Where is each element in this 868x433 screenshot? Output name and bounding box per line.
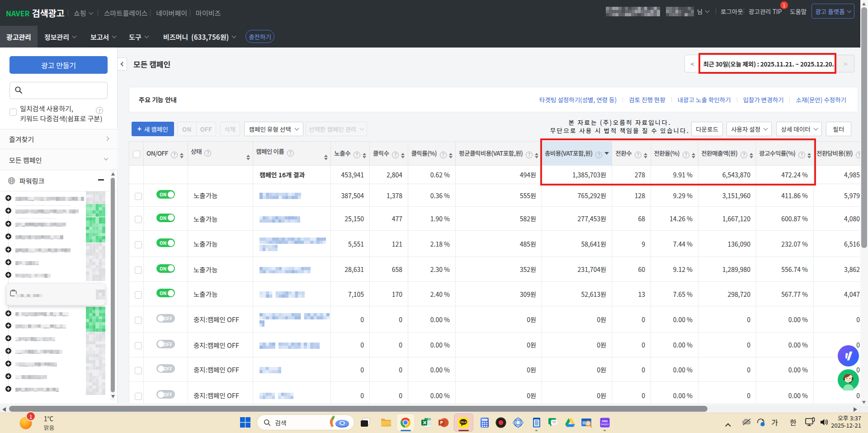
- svg-text:TALK: TALK: [460, 421, 467, 423]
- svg-text:mbc: mbc: [602, 419, 608, 423]
- svg-text:RADIO: RADIO: [601, 423, 609, 426]
